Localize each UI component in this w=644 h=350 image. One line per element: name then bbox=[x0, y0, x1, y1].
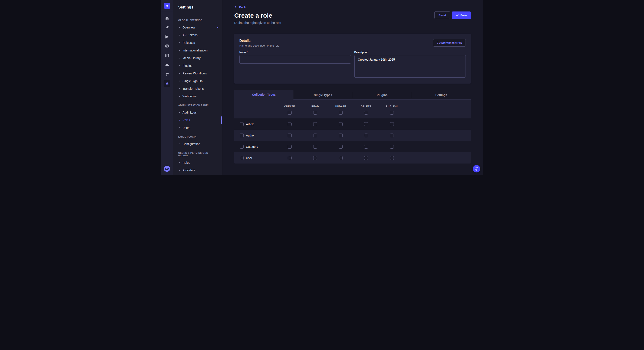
permission-category-delete-checkbox[interactable] bbox=[364, 145, 368, 149]
sidebar-item-webhooks[interactable]: Webhooks bbox=[173, 93, 222, 100]
permission-author-delete-checkbox[interactable] bbox=[364, 134, 368, 137]
subnav-sections: GLOBAL SETTINGSOverviewAPI TokensRelease… bbox=[173, 19, 222, 174]
sidebar-item-single-sign-on[interactable]: Single Sign-On bbox=[173, 77, 222, 85]
sidebar-item-transfer-tokens[interactable]: Transfer Tokens bbox=[173, 85, 222, 93]
row-select-category-checkbox[interactable] bbox=[240, 145, 244, 149]
select-all-read-checkbox[interactable] bbox=[313, 111, 317, 115]
bullet-icon bbox=[179, 50, 180, 51]
select-all-publish-checkbox[interactable] bbox=[390, 111, 394, 115]
header-actions: Reset Save bbox=[434, 11, 471, 19]
help-button[interactable] bbox=[473, 165, 480, 173]
sidebar-item-overview[interactable]: Overview bbox=[173, 24, 222, 31]
permission-author-create-checkbox[interactable] bbox=[288, 134, 292, 137]
bullet-icon bbox=[179, 88, 180, 89]
permission-author-update-checkbox[interactable] bbox=[339, 134, 343, 137]
permission-user-create-checkbox[interactable] bbox=[288, 156, 292, 160]
permission-article-create-checkbox[interactable] bbox=[288, 122, 292, 126]
cloud-nav-button[interactable] bbox=[164, 61, 170, 68]
sidebar-item-label: API Tokens bbox=[182, 33, 198, 37]
subnav-item-list: RolesProviders bbox=[173, 159, 222, 174]
bullet-icon bbox=[179, 65, 180, 66]
permission-article-read-checkbox[interactable] bbox=[313, 122, 317, 126]
tab-collection-types[interactable]: Collection Types bbox=[234, 90, 294, 100]
users-with-role-button[interactable]: 0 users with this role bbox=[433, 39, 466, 47]
main-content: Back Create a role Define the rights giv… bbox=[222, 0, 483, 175]
row-select-author-checkbox[interactable] bbox=[240, 134, 244, 137]
select-all-update-checkbox[interactable] bbox=[339, 111, 343, 115]
select-all-delete-checkbox[interactable] bbox=[364, 111, 368, 115]
permission-category-update-checkbox[interactable] bbox=[339, 145, 343, 149]
permission-category-create-checkbox[interactable] bbox=[288, 145, 292, 149]
feather-content-nav-button[interactable] bbox=[164, 24, 170, 31]
permission-user-publish-checkbox[interactable] bbox=[390, 156, 394, 160]
marketplace-cart-nav-button[interactable] bbox=[164, 71, 170, 78]
tab-plugins[interactable]: Plugins bbox=[353, 91, 412, 100]
details-card: Details Name and description of the role… bbox=[234, 34, 471, 84]
sidebar-item-roles[interactable]: Roles bbox=[173, 159, 222, 167]
table-row-user: User bbox=[234, 152, 471, 164]
bullet-icon bbox=[179, 112, 180, 113]
user-avatar[interactable]: KD bbox=[164, 166, 170, 172]
sidebar-item-api-tokens[interactable]: API Tokens bbox=[173, 31, 222, 39]
permission-article-update-checkbox[interactable] bbox=[339, 122, 343, 126]
subnav-item-list: Configuration bbox=[173, 140, 222, 148]
table-row-article: Article bbox=[234, 118, 471, 130]
workplace-logo-button[interactable] bbox=[161, 0, 173, 12]
sidebar-item-internationalization[interactable]: Internationalization bbox=[173, 47, 222, 54]
permission-user-update-checkbox[interactable] bbox=[339, 156, 343, 160]
name-input[interactable] bbox=[239, 55, 351, 64]
row-label-user: User bbox=[246, 156, 252, 160]
sidebar-item-configuration[interactable]: Configuration bbox=[173, 140, 222, 148]
sidebar-item-label: Single Sign-On bbox=[182, 79, 202, 83]
active-item-indicator bbox=[221, 116, 222, 124]
sidebar-item-label: Webhooks bbox=[182, 95, 196, 98]
bullet-icon bbox=[179, 81, 180, 81]
bullet-icon bbox=[179, 35, 180, 35]
sidebar-item-media-library[interactable]: Media Library bbox=[173, 54, 222, 62]
sidebar-item-roles[interactable]: Roles bbox=[173, 116, 222, 124]
sidebar-item-label: Internationalization bbox=[182, 49, 208, 52]
tab-single-types[interactable]: Single Types bbox=[294, 91, 353, 100]
permission-article-delete-checkbox[interactable] bbox=[364, 122, 368, 126]
row-select-user-checkbox[interactable] bbox=[240, 156, 244, 160]
subnav-item-list: OverviewAPI TokensReleasesInternationali… bbox=[173, 24, 222, 100]
sidebar-item-users[interactable]: Users bbox=[173, 124, 222, 132]
sidebar-item-audit-logs[interactable]: Audit Logs bbox=[173, 109, 222, 116]
settings-gear-nav-button[interactable] bbox=[164, 80, 170, 87]
sidebar-item-providers[interactable]: Providers bbox=[173, 167, 222, 174]
select-all-create-checkbox[interactable] bbox=[288, 111, 292, 115]
description-textarea[interactable]: Created January 16th, 2025 bbox=[354, 55, 466, 78]
permission-author-read-checkbox[interactable] bbox=[313, 134, 317, 137]
permission-category-read-checkbox[interactable] bbox=[313, 145, 317, 149]
bullet-icon bbox=[179, 144, 180, 144]
layout-builder-icon bbox=[165, 54, 169, 58]
tab-label: Plugins bbox=[377, 93, 388, 97]
bullet-icon bbox=[179, 162, 180, 163]
save-button[interactable]: Save bbox=[452, 11, 471, 19]
tab-label: Settings bbox=[436, 93, 447, 97]
layout-builder-nav-button[interactable] bbox=[164, 52, 170, 59]
permission-author-publish-checkbox[interactable] bbox=[390, 134, 394, 137]
reset-button[interactable]: Reset bbox=[434, 11, 450, 19]
sidebar-item-review-workflows[interactable]: Review Workflows bbox=[173, 70, 222, 77]
save-label: Save bbox=[460, 14, 467, 17]
home-nav-button[interactable] bbox=[164, 15, 170, 21]
column-header-read: READ bbox=[311, 105, 319, 108]
permission-category-publish-checkbox[interactable] bbox=[390, 145, 394, 149]
permission-user-delete-checkbox[interactable] bbox=[364, 156, 368, 160]
permission-user-read-checkbox[interactable] bbox=[313, 156, 317, 160]
home-icon bbox=[165, 16, 169, 20]
sidebar-item-plugins[interactable]: Plugins bbox=[173, 62, 222, 70]
details-title: Details bbox=[239, 39, 280, 43]
back-link[interactable]: Back bbox=[234, 5, 246, 9]
settings-gear-icon bbox=[165, 82, 169, 86]
row-select-article-checkbox[interactable] bbox=[240, 122, 244, 126]
bullet-icon bbox=[179, 96, 180, 97]
sidebar-item-releases[interactable]: Releases bbox=[173, 39, 222, 47]
permissions-table: CREATEREADUPDATEDELETEPUBLISH ArticleAut… bbox=[234, 100, 471, 164]
permission-article-publish-checkbox[interactable] bbox=[390, 122, 394, 126]
tab-settings[interactable]: Settings bbox=[412, 91, 471, 100]
table-row-category: Category bbox=[234, 141, 471, 152]
media-library-nav-button[interactable] bbox=[164, 43, 170, 49]
send-plane-nav-button[interactable] bbox=[164, 33, 170, 40]
